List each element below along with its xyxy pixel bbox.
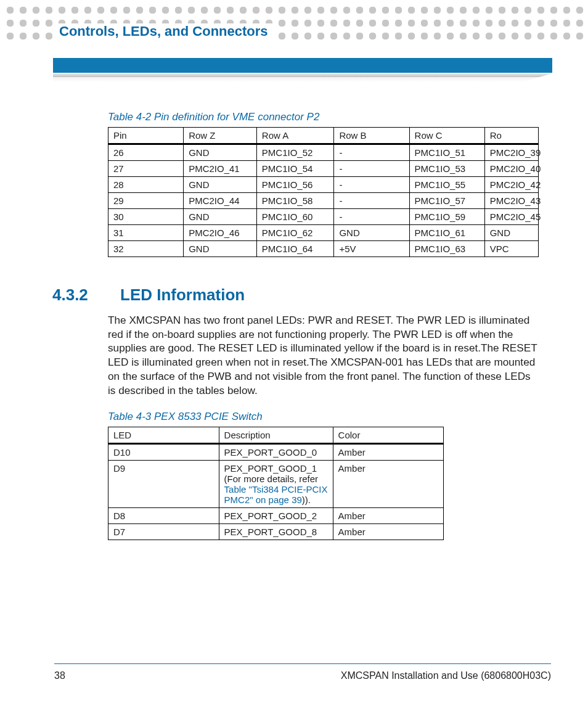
table-cell: PMC2IO_44 [184, 193, 257, 209]
table-header-cell: Row B [334, 128, 409, 144]
table-cell: PMC2IO_40 [484, 161, 538, 177]
table-4-2: PinRow ZRow ARow BRow CRo 26GNDPMC1IO_52… [108, 127, 539, 257]
cross-reference-link[interactable]: Table "Tsi384 PCIE-PCIX PMC2" on page 39 [224, 484, 328, 505]
table-cell: VPC [484, 241, 538, 257]
table-cell: Amber [333, 508, 444, 524]
table-cell: Amber [333, 444, 444, 461]
table-cell: PMC1IO_61 [409, 225, 484, 241]
table-cell: - [334, 161, 409, 177]
table-row: 26GNDPMC1IO_52-PMC1IO_51PMC2IO_39 [108, 144, 539, 161]
table-4-3: LEDDescriptionColor D10PEX_PORT_GOOD_0Am… [108, 427, 444, 540]
table-row: D7PEX_PORT_GOOD_8Amber [108, 524, 444, 540]
table-cell: PMC1IO_53 [409, 161, 484, 177]
table-row: 28GNDPMC1IO_56-PMC1IO_55PMC2IO_42 [108, 177, 539, 193]
table-row: 31PMC2IO_46PMC1IO_62GNDPMC1IO_61GND [108, 225, 539, 241]
table-cell: 32 [108, 241, 184, 257]
table-cell: 28 [108, 177, 184, 193]
chapter-title: Controls, LEDs, and Connectors [54, 23, 273, 39]
table-cell: PMC1IO_59 [409, 209, 484, 225]
table-header-cell: Description [219, 427, 333, 444]
table-row: D9PEX_PORT_GOOD_1 (For more details, ref… [108, 461, 444, 508]
table-cell: - [334, 144, 409, 161]
table-cell: D9 [108, 461, 219, 508]
table-cell: 30 [108, 209, 184, 225]
table-cell: PMC1IO_51 [409, 144, 484, 161]
table-cell: PEX_PORT_GOOD_1 (For more details, refer… [219, 461, 333, 508]
table-cell: Amber [333, 461, 444, 508]
table-cell: PEX_PORT_GOOD_2 [219, 508, 333, 524]
table-cell: PMC1IO_55 [409, 177, 484, 193]
table-header-cell: Ro [484, 128, 538, 144]
table-cell: PEX_PORT_GOOD_0 [219, 444, 333, 461]
table-cell: Amber [333, 524, 444, 540]
table-header-cell: Color [333, 427, 444, 444]
table-4-3-caption: Table 4-3 PEX 8533 PCIE Switch [108, 411, 539, 423]
page-number: 38 [54, 670, 65, 681]
table-header-cell: Row A [256, 128, 334, 144]
table-cell: PMC1IO_58 [256, 193, 334, 209]
table-cell: - [334, 177, 409, 193]
table-header-cell: Row C [409, 128, 484, 144]
doc-id: XMCSPAN Installation and Use (6806800H03… [341, 670, 551, 681]
table-cell: GND [184, 241, 257, 257]
table-cell: 26 [108, 144, 184, 161]
table-cell: PMC1IO_63 [409, 241, 484, 257]
table-cell: PMC1IO_56 [256, 177, 334, 193]
table-row: 29PMC2IO_44PMC1IO_58-PMC1IO_57PMC2IO_43 [108, 193, 539, 209]
table-cell: +5V [334, 241, 409, 257]
table-header-cell: Row Z [184, 128, 257, 144]
section-title: LED Information [120, 285, 245, 305]
table-cell: GND [184, 144, 257, 161]
table-cell: PMC1IO_54 [256, 161, 334, 177]
table-row: D10PEX_PORT_GOOD_0Amber [108, 444, 444, 461]
table-cell: D7 [108, 524, 219, 540]
section-number: 4.3.2 [52, 285, 96, 305]
table-cell: GND [184, 209, 257, 225]
table-cell: D8 [108, 508, 219, 524]
table-cell: PMC2IO_46 [184, 225, 257, 241]
table-cell: PMC2IO_43 [484, 193, 538, 209]
table-cell: GND [484, 225, 538, 241]
footer-rule [54, 663, 551, 664]
table-cell: 31 [108, 225, 184, 241]
table-cell: GND [334, 225, 409, 241]
table-cell: PMC1IO_52 [256, 144, 334, 161]
table-cell: PMC2IO_39 [484, 144, 538, 161]
table-row: 32GNDPMC1IO_64+5VPMC1IO_63VPC [108, 241, 539, 257]
table-cell: PMC1IO_57 [409, 193, 484, 209]
table-cell: - [334, 209, 409, 225]
table-row: 27PMC2IO_41PMC1IO_54-PMC1IO_53PMC2IO_40 [108, 161, 539, 177]
table-cell: PMC2IO_41 [184, 161, 257, 177]
table-4-2-caption: Table 4-2 Pin definition for VME connect… [108, 111, 539, 123]
table-cell: - [334, 193, 409, 209]
table-cell: PMC1IO_60 [256, 209, 334, 225]
table-row: 30GNDPMC1IO_60-PMC1IO_59PMC2IO_45 [108, 209, 539, 225]
table-cell: PEX_PORT_GOOD_8 [219, 524, 333, 540]
table-cell: 29 [108, 193, 184, 209]
table-cell: GND [184, 177, 257, 193]
table-cell: PMC1IO_64 [256, 241, 334, 257]
table-cell: 27 [108, 161, 184, 177]
header-divider [53, 58, 552, 76]
table-row: D8PEX_PORT_GOOD_2Amber [108, 508, 444, 524]
section-body: The XMCSPAN has two front panel LEDs: PW… [108, 313, 539, 397]
table-cell: D10 [108, 444, 219, 461]
table-cell: PMC2IO_42 [484, 177, 538, 193]
table-cell: PMC1IO_62 [256, 225, 334, 241]
table-header-cell: LED [108, 427, 219, 444]
table-header-cell: Pin [108, 128, 184, 144]
table-cell: PMC2IO_45 [484, 209, 538, 225]
